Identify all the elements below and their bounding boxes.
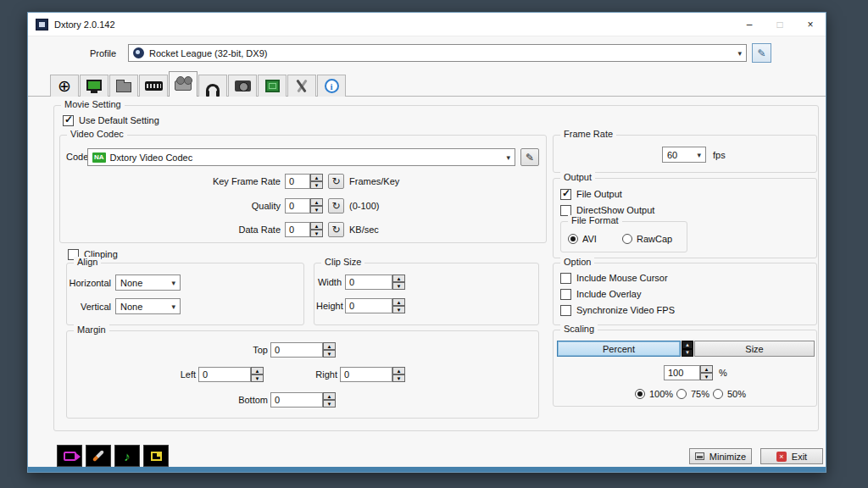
- include-mouse-cursor-label: Include Mouse Cursor: [576, 273, 668, 283]
- use-default-setting-checkbox[interactable]: Use Default Setting: [63, 114, 159, 126]
- height-input[interactable]: 0: [345, 298, 392, 313]
- spinner-down-icon[interactable]: [310, 206, 323, 214]
- data-rate-unit: KB/sec: [349, 225, 379, 235]
- spinner-up-icon[interactable]: [682, 341, 693, 349]
- exit-app-label: Exit: [792, 452, 807, 462]
- key-frame-rate-reset-button[interactable]: ↻: [328, 174, 344, 189]
- margin-group: Margin Top 0 Left 0 Right 0 Bottom 0: [66, 330, 539, 419]
- radio-icon: [676, 389, 687, 399]
- folder-icon: [116, 82, 131, 92]
- frame-rate-unit: fps: [713, 150, 726, 160]
- chip-icon: [265, 80, 280, 92]
- media-tool-button[interactable]: ♪: [114, 445, 140, 467]
- export-window-icon: [151, 452, 162, 461]
- profile-select[interactable]: Rocket League (32-bit, DX9) ▾: [128, 44, 747, 62]
- codec-value: Dxtory Video Codec: [110, 152, 193, 163]
- profile-label: Profile: [90, 48, 116, 58]
- tab-movie[interactable]: [169, 71, 198, 97]
- spinner-down-icon[interactable]: [392, 306, 405, 313]
- avi-radio[interactable]: AVI: [568, 233, 597, 244]
- spinner-down-icon[interactable]: [310, 181, 323, 189]
- scaling-percent-button[interactable]: Percent: [557, 341, 681, 357]
- radio-selected-icon: [568, 234, 578, 244]
- tab-audio[interactable]: [198, 75, 227, 97]
- scaling-100-radio[interactable]: 100%: [635, 388, 673, 399]
- margin-left-input[interactable]: 0: [198, 367, 251, 382]
- spinner-down-icon[interactable]: [700, 373, 713, 380]
- spinner-up-icon[interactable]: [323, 342, 336, 350]
- window-maximize-button[interactable]: □: [765, 13, 795, 36]
- scaling-75-radio[interactable]: 75%: [676, 388, 709, 399]
- edit-profile-button[interactable]: ✎: [752, 43, 771, 63]
- scaling-size-button[interactable]: Size: [694, 341, 815, 357]
- spinner-up-icon[interactable]: [310, 222, 323, 230]
- data-rate-reset-button[interactable]: ↻: [328, 222, 344, 237]
- margin-bottom-input[interactable]: 0: [270, 392, 323, 408]
- spinner-up-icon[interactable]: [323, 392, 336, 400]
- rawcap-radio[interactable]: RawCap: [622, 233, 672, 244]
- reset-icon: ↻: [331, 200, 340, 212]
- margin-top-input[interactable]: 0: [270, 342, 323, 358]
- quality-label: Quality: [145, 201, 281, 211]
- spinner-up-icon[interactable]: [392, 274, 405, 282]
- tab-hardware[interactable]: [258, 75, 287, 97]
- spinner-down-icon[interactable]: [392, 374, 405, 382]
- tab-folder[interactable]: [109, 75, 138, 97]
- data-rate-label: Data Rate: [145, 225, 281, 235]
- spinner-up-icon[interactable]: [310, 198, 323, 206]
- quality-input[interactable]: 0: [285, 198, 310, 214]
- horizontal-align-select[interactable]: None ▾: [115, 274, 181, 291]
- synchronize-video-fps-checkbox[interactable]: Synchronize Video FPS: [560, 304, 675, 316]
- directshow-output-checkbox[interactable]: DirectShow Output: [560, 204, 654, 216]
- key-frame-rate-spinner: [310, 174, 323, 189]
- tab-display[interactable]: [80, 75, 108, 97]
- wrench-icon: [92, 450, 104, 462]
- window-close-button[interactable]: ×: [795, 13, 826, 36]
- include-mouse-cursor-checkbox[interactable]: Include Mouse Cursor: [560, 272, 668, 284]
- capture-tool-button[interactable]: [57, 445, 82, 467]
- exit-x-icon: ×: [776, 452, 787, 462]
- keyboard-icon: [145, 81, 163, 91]
- settings-tool-button[interactable]: [86, 445, 111, 467]
- spinner-down-icon[interactable]: [323, 350, 336, 358]
- key-frame-rate-input[interactable]: 0: [285, 174, 310, 189]
- minimize-app-button[interactable]: Minimize: [689, 448, 752, 464]
- tab-screenshot[interactable]: [228, 75, 257, 97]
- scaling-100-label: 100%: [649, 389, 673, 399]
- vertical-align-select[interactable]: None ▾: [115, 298, 181, 314]
- file-output-checkbox[interactable]: File Output: [560, 188, 622, 200]
- spinner-up-icon[interactable]: [251, 367, 264, 374]
- spinner-down-icon[interactable]: [251, 374, 264, 382]
- dxtory-window: Dxtory 2.0.142 – □ × Profile Rocket Leag…: [27, 12, 826, 473]
- margin-right-input[interactable]: 0: [340, 367, 392, 382]
- export-tool-button[interactable]: [143, 445, 169, 467]
- codec-select[interactable]: NA Dxtory Video Codec ▾: [87, 148, 515, 166]
- spinner-up-icon[interactable]: [392, 298, 405, 306]
- align-title: Align: [74, 257, 101, 267]
- scaling-value-input[interactable]: 100: [664, 365, 700, 380]
- spinner-down-icon[interactable]: [310, 230, 323, 237]
- frame-rate-select[interactable]: 60 ▾: [662, 147, 706, 163]
- spinner-up-icon[interactable]: [700, 365, 713, 373]
- window-minimize-button[interactable]: –: [734, 13, 765, 36]
- spinner-up-icon[interactable]: [392, 367, 405, 374]
- scaling-50-radio[interactable]: 50%: [713, 388, 746, 399]
- data-rate-input[interactable]: 0: [285, 222, 310, 237]
- codec-config-button[interactable]: ✎: [520, 148, 539, 166]
- titlebar[interactable]: Dxtory 2.0.142 – □ ×: [28, 13, 826, 36]
- tab-info[interactable]: i: [317, 75, 346, 97]
- option-title: Option: [560, 257, 594, 267]
- spinner-down-icon[interactable]: [323, 400, 336, 408]
- quality-reset-button[interactable]: ↻: [328, 198, 344, 214]
- include-overlay-checkbox[interactable]: Include Overlay: [560, 288, 641, 300]
- codec-na-badge: NA: [92, 152, 106, 163]
- tab-tools[interactable]: [287, 75, 316, 97]
- tab-hotkey[interactable]: [139, 75, 168, 97]
- tab-target[interactable]: ⊕: [50, 75, 79, 97]
- width-input[interactable]: 0: [345, 274, 392, 290]
- spinner-down-icon[interactable]: [682, 349, 693, 358]
- checkbox-icon: [560, 289, 571, 300]
- spinner-down-icon[interactable]: [392, 282, 405, 290]
- spinner-up-icon[interactable]: [310, 174, 323, 181]
- exit-app-button[interactable]: × Exit: [760, 448, 823, 464]
